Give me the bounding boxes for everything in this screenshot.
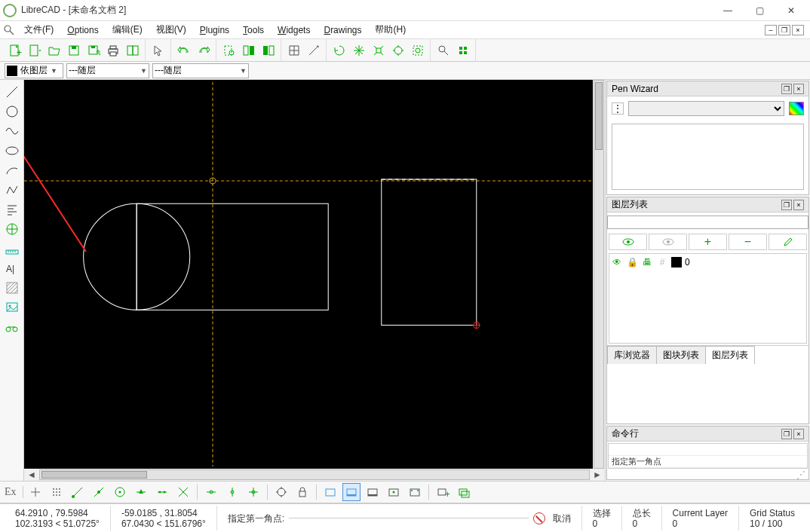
panel-float-button[interactable]: ❐ [781,84,792,94]
panel-float-button[interactable]: ❐ [781,200,792,210]
pointer-button[interactable] [149,41,167,60]
menu-file[interactable]: 文件(F) [18,22,60,38]
panel-close-button[interactable]: × [793,84,804,94]
new-button[interactable]: + [6,41,24,60]
mdi-close[interactable]: × [792,25,804,35]
print-icon[interactable]: 🖶 [641,256,653,268]
tab-library[interactable]: 库浏览器 [607,346,657,364]
mdi-minimize[interactable]: – [765,25,777,35]
print-button[interactable] [104,41,122,60]
menu-widgets[interactable]: Widgets [272,23,316,37]
menu-edit[interactable]: 编辑(E) [106,22,149,38]
close-button[interactable]: ✕ [775,0,807,21]
new-doc-button[interactable] [26,41,44,60]
print-preview-button[interactable] [124,41,142,60]
text-align-tool[interactable] [2,200,23,219]
layer-hide-all-button[interactable] [649,234,687,250]
zoom-extents-button[interactable] [350,41,368,60]
attributes-button[interactable] [434,41,453,60]
layer-list[interactable]: 👁 🔒 🖶 # 0 [609,253,807,344]
text-tool[interactable]: A| [2,259,23,277]
cancel-icon[interactable] [533,512,545,524]
construction-icon[interactable]: # [656,256,668,268]
zoom-window-button[interactable] [259,41,278,60]
restrict-vertical-button[interactable] [223,483,241,501]
layer-filter-input[interactable] [607,216,808,229]
mdi-restore[interactable]: ❐ [778,25,790,35]
hatch-tool[interactable] [2,279,23,297]
panel-close-button[interactable]: × [793,429,804,439]
snap-endpoint-button[interactable] [69,483,87,501]
search-icon[interactable] [3,24,15,36]
eye-icon[interactable]: 👁 [611,256,623,268]
selection-mode-1-button[interactable] [321,483,339,501]
lock-relative-zero-button[interactable] [293,483,311,501]
minimize-button[interactable]: — [712,0,744,21]
linetype-combo[interactable]: ---随层▼ [152,63,249,78]
polyline-tool[interactable] [2,181,23,199]
tab-blocks[interactable]: 图块列表 [656,346,706,364]
layer-visibility-button[interactable] [455,483,473,501]
restrict-ortho-button[interactable] [244,483,262,501]
undo-button[interactable] [175,41,193,60]
layer-show-all-button[interactable] [609,234,647,250]
palette-button[interactable] [789,102,804,115]
measure-tool[interactable] [2,240,23,258]
snap-onentity-button[interactable] [90,483,108,501]
zoom-redraw-button[interactable] [330,41,348,60]
image-tool[interactable] [2,298,23,316]
draft-mode-button[interactable] [305,41,323,60]
pen-menu-button[interactable]: ⋮ [612,102,624,115]
selection-mode-5-button[interactable] [406,483,424,501]
redo-button[interactable] [195,41,213,60]
settings-button[interactable] [454,41,472,60]
grid-toggle-button[interactable] [285,41,303,60]
ellipse-tool[interactable] [2,142,23,160]
save-as-button[interactable]: ✎ [84,41,103,60]
layer-add-button[interactable]: + [689,234,727,250]
layer-edit-button[interactable] [769,234,807,250]
ex-mode-label[interactable]: Ex [5,486,23,498]
drawing-canvas[interactable] [24,80,593,469]
lock-icon[interactable]: 🔒 [626,256,638,268]
snap-grid-button[interactable] [48,483,66,501]
snap-intersection-button[interactable] [174,483,192,501]
zoom-prev-button[interactable] [389,41,407,60]
panel-close-button[interactable]: × [793,200,804,210]
relative-zero-button[interactable] [272,483,290,501]
tab-layers[interactable]: 图层列表 [705,346,755,364]
menu-view[interactable]: 视图(V) [150,22,192,38]
vertical-scrollbar[interactable] [593,80,605,469]
color-combo[interactable]: 依图层▼ [5,63,63,78]
save-button[interactable] [65,41,83,60]
zoom-in-button[interactable] [220,41,238,60]
layer-row-0[interactable]: 👁 🔒 🖶 # 0 [611,255,805,269]
snap-distance-button[interactable] [153,483,171,501]
menu-tools[interactable]: Tools [237,23,270,37]
add-layer-button[interactable]: + [434,483,452,501]
selection-mode-3-button[interactable] [364,483,382,501]
selection-mode-4-button[interactable] [385,483,403,501]
menu-help[interactable]: 帮助(H) [369,22,412,38]
zoom-pan-button[interactable] [240,41,258,60]
maximize-button[interactable]: ▢ [744,0,775,21]
linewidth-combo[interactable]: ---随层▼ [66,63,149,78]
line-tool[interactable] [2,83,23,101]
curve-tool[interactable] [2,122,23,140]
pen-select[interactable] [628,101,784,116]
panel-float-button[interactable]: ❐ [781,429,792,439]
arc-tool[interactable] [2,161,23,179]
selection-mode-2-button[interactable] [342,483,361,501]
restrict-horizontal-button[interactable] [202,483,220,501]
zoom-auto-button[interactable] [370,41,388,60]
block-tool[interactable] [2,318,23,336]
menu-plugins[interactable]: Plugins [194,23,235,37]
dimension-tool[interactable] [2,220,23,238]
circle-tool[interactable] [2,102,23,121]
zoom-win-button[interactable] [409,41,427,60]
snap-middle-button[interactable] [132,483,150,501]
resize-grip[interactable]: ⋰ [607,470,808,479]
menu-options[interactable]: Options [61,23,104,37]
horizontal-scrollbar[interactable]: ◄ ► [24,469,605,481]
cancel-label[interactable]: 取消 [553,513,571,524]
